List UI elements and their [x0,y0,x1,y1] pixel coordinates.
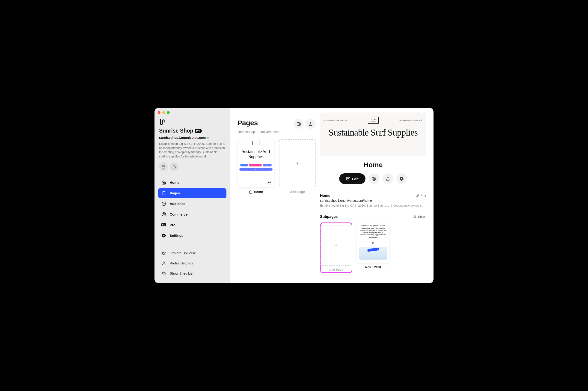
add-page-thumb [279,139,316,187]
hero-logo: ◠ ≋ SUNRISE [368,117,379,124]
nav-audience-label: Audience [170,202,185,206]
nav-profile[interactable]: Profile Settings [158,258,226,268]
thumb-hero-title: Sustainable Surf Supplies [239,149,273,159]
page-card-add[interactable]: Add Page [279,139,316,194]
meta-url: sunriseshop1.onuniverse.com/home [320,199,426,202]
nav-settings-label: Settings [170,234,183,237]
nav-audience[interactable]: Audience [158,199,226,209]
app-logo [158,119,226,125]
site-description: Established in Big Sur CA in 2020, Sunri… [158,142,226,159]
nav-profile-label: Profile Settings [170,261,193,265]
pages-title: Pages [237,119,258,127]
app-window: Sunrise Shop Pro sunriseshop1.onuniverse… [155,108,433,283]
pages-grid: ⊕ — ≋ — ⊕ Sustainable Surf Supplies $0.0 [237,139,315,194]
site-url-row: sunriseshop1.onuniverse.com [158,136,226,139]
nav-pro[interactable]: Pro Pro [158,220,226,230]
nav-sites-label: Show Sites List [170,271,194,275]
svg-rect-6 [163,273,165,275]
sidebar: Sunrise Shop Pro sunriseshop1.onuniverse… [155,108,230,283]
pages-icon [161,191,166,196]
scroll-control[interactable]: Scroll [413,215,426,218]
subpage-thumb-1: Established in Big Sur CA in 2020, Sunri… [357,222,389,263]
subpages-header: Subpages Scroll [320,215,426,219]
user-icon [161,261,166,266]
pages-actions [294,119,315,129]
thumb-price: $0.0 [263,164,272,167]
nav-sites[interactable]: Show Sites List [158,268,226,279]
subpage-add-card[interactable]: Add Page [320,222,352,273]
nav-pages[interactable]: Pages [158,188,226,198]
nav: Home Pages Audience Commerce [158,178,226,279]
svg-point-4 [161,252,166,255]
gear-icon [161,233,166,238]
planet-icon [161,251,166,255]
pages-header: Pages [237,119,315,129]
detail-actions: Edit [320,173,426,184]
pages-column: Pages sunriseshop1.onuniverse.com [230,108,320,283]
pages-globe-button[interactable] [294,119,303,129]
site-url: sunriseshop1.onuniverse.com [159,136,206,139]
page-card-home[interactable]: ⊕ — ≋ — ⊕ Sustainable Surf Supplies $0.0 [237,139,274,194]
subpages-title: Subpages [320,215,338,219]
meta-desc: Established in Big Sur CA in 2020, Sunri… [320,204,426,207]
window-controls [158,111,170,114]
minimize-window-button[interactable] [162,111,165,114]
hero-preview: ⊕ INTERNATIONAL SHIPPING ◠ ≋ SUNRISE SUS… [320,112,426,156]
edit-button[interactable]: Edit [339,173,365,184]
meta-block: Home Edit sunriseshop1.onuniverse.com/ho… [320,194,426,207]
svg-rect-1 [163,192,165,195]
page-label-home: Home [249,190,263,194]
edit-button-label: Edit [352,177,358,181]
detail-settings-button[interactable] [396,173,407,184]
subpage-card-1[interactable]: Established in Big Sur CA in 2020, Sunri… [357,222,389,273]
nav-commerce[interactable]: Commerce [158,209,226,219]
site-title-row: Sunrise Shop Pro [158,128,226,134]
status-dot [207,137,209,139]
detail-share-button[interactable] [383,173,393,184]
detail-column: ⊕ INTERNATIONAL SHIPPING ◠ ≋ SUNRISE SUS… [320,108,433,283]
pro-badge: Pro [195,129,201,133]
globe-button[interactable] [159,162,168,171]
subpage-add-thumb [320,225,352,266]
share-button[interactable] [170,162,179,171]
dollar-icon [161,212,166,217]
pages-share-button[interactable] [306,119,315,129]
stack-icon [161,271,166,276]
pages-subtitle: sunriseshop1.onuniverse.com [237,130,315,134]
pie-chart-icon [161,201,166,206]
page-thumb-home: ⊕ — ≋ — ⊕ Sustainable Surf Supplies $0.0 [237,139,274,187]
detail-globe-button[interactable] [369,173,379,184]
meta-title: Home [320,194,330,198]
nav-home[interactable]: Home [158,178,226,188]
site-title: Sunrise Shop [159,128,193,134]
add-page-label: Add Page [290,190,305,194]
maximize-window-button[interactable] [167,111,170,114]
subpages-grid: Add Page Established in Big Sur CA in 20… [320,222,426,273]
thumb-badge: +1 [267,180,272,185]
thumb-price-2: $0.0 [239,168,273,171]
nav-pro-label: Pro [170,223,176,227]
nav-settings[interactable]: Settings [158,231,226,241]
hero-title: Sustainable Surf Supplies [324,128,422,137]
nav-commerce-label: Commerce [170,212,188,216]
nav-pages-label: Pages [170,191,180,195]
svg-point-5 [163,262,164,263]
subpage-label-1: Nov 5 2020 [365,265,381,269]
pro-icon: Pro [161,223,166,227]
detail-title: Home [320,161,426,169]
nav-explore-label: Explore Universe [170,251,196,255]
close-window-button[interactable] [158,111,161,114]
home-icon [161,180,166,185]
subpage-add-label: Add Page [329,268,343,271]
nav-explore[interactable]: Explore Universe [158,248,226,258]
svg-rect-9 [414,215,415,218]
meta-edit-button[interactable]: Edit [416,194,426,197]
sidebar-actions [158,162,226,171]
main: Pages sunriseshop1.onuniverse.com [230,108,433,283]
nav-home-label: Home [170,181,179,185]
